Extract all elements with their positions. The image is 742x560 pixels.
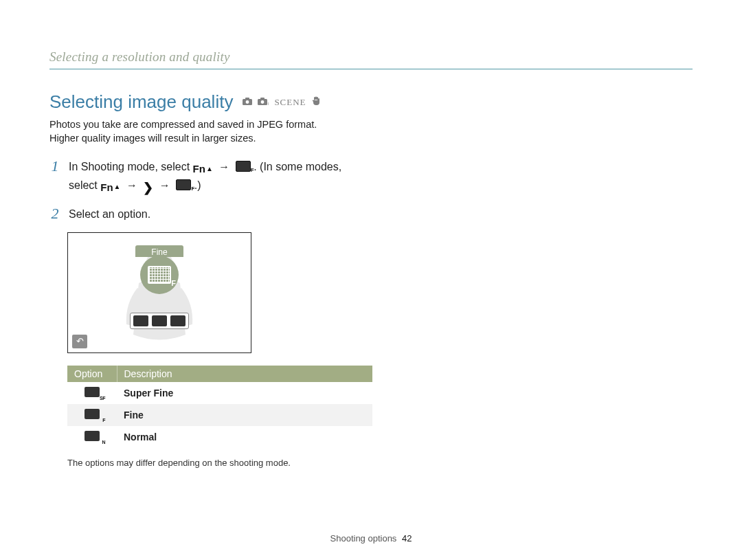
quality-option-row[interactable]: [130, 313, 189, 329]
svg-point-2: [246, 100, 249, 104]
quality-option-tile[interactable]: [152, 315, 167, 326]
step-text: . (In some modes,: [254, 161, 341, 172]
step-text: .): [194, 179, 201, 191]
col-header-description: Description: [117, 366, 372, 382]
table-row: Fine: [67, 404, 372, 426]
col-header-option: Option: [67, 366, 117, 382]
superfine-icon: [85, 387, 100, 397]
intro-line: Photos you take are compressed and saved…: [49, 118, 693, 132]
quality-options-table: Option Description Super Fine Fine Norma…: [67, 366, 372, 448]
intro-line: Higher quality images will result in lar…: [49, 132, 693, 146]
step-body: Select an option.: [69, 206, 693, 223]
chevron-right-icon: ❯: [143, 179, 153, 197]
table-row: Super Fine: [67, 382, 372, 404]
mode-icon-row: P SCENE: [243, 96, 319, 108]
camera-icon: [243, 97, 252, 107]
arrow-icon: →: [124, 179, 143, 191]
step-2: 2 Select an option.: [49, 206, 693, 223]
intro-text: Photos you take are compressed and saved…: [49, 118, 693, 145]
option-label: Super Fine: [117, 382, 372, 404]
step-number: 1: [49, 159, 60, 174]
quality-option-tile[interactable]: [170, 315, 186, 326]
camera-screen-mock: Fine ↶: [67, 232, 251, 353]
option-icon-cell: [67, 426, 117, 448]
svg-text:P: P: [268, 102, 269, 105]
manual-page: Selecting a resolution and quality Selec…: [0, 0, 742, 560]
quality-option-tile[interactable]: [133, 315, 148, 326]
page-footer: Shooting options 42: [0, 533, 742, 544]
camera-p-icon: P: [258, 97, 269, 107]
scene-icon: SCENE: [274, 97, 306, 108]
selected-quality-circle: [140, 256, 179, 294]
back-icon: ↶: [76, 336, 84, 346]
heading-text: Selecting image quality: [49, 91, 233, 113]
selected-quality-bubble: Fine: [135, 245, 183, 294]
quality-icon: [236, 161, 251, 172]
section-heading: Selecting image quality P SCENE: [49, 91, 693, 113]
hand-icon: [312, 96, 320, 108]
option-label: Fine: [117, 404, 372, 426]
svg-rect-1: [245, 98, 249, 100]
svg-rect-4: [260, 98, 265, 100]
option-icon-cell: [67, 404, 117, 426]
option-icon-cell: [67, 382, 117, 404]
steps-list: 1 In Shooting mode, select Fn▲ → . (In s…: [49, 159, 693, 223]
selected-quality-label: Fine: [135, 245, 183, 257]
footnote: The options may differ depending on the …: [67, 458, 693, 468]
svg-point-5: [261, 100, 265, 104]
footer-page-number: 42: [399, 533, 412, 544]
quality-icon: [176, 179, 191, 190]
arrow-icon: →: [157, 179, 176, 191]
normal-icon: [85, 431, 100, 441]
step-1: 1 In Shooting mode, select Fn▲ → . (In s…: [49, 159, 693, 197]
step-body: In Shooting mode, select Fn▲ → . (In som…: [69, 159, 693, 197]
footer-section: Shooting options: [330, 533, 397, 544]
fn-up-icon: Fn▲: [100, 180, 120, 196]
step-number: 2: [49, 206, 60, 221]
table-row: Normal: [67, 426, 372, 448]
step-text: In Shooting mode, select: [69, 161, 193, 172]
arrow-icon: →: [216, 161, 235, 172]
fn-up-icon: Fn▲: [193, 161, 213, 177]
step-text: select: [69, 179, 100, 191]
breadcrumb: Selecting a resolution and quality: [49, 49, 693, 69]
quality-fine-icon: [148, 266, 171, 284]
back-button[interactable]: ↶: [72, 335, 87, 348]
fine-icon: [85, 409, 100, 419]
option-label: Normal: [117, 426, 372, 448]
